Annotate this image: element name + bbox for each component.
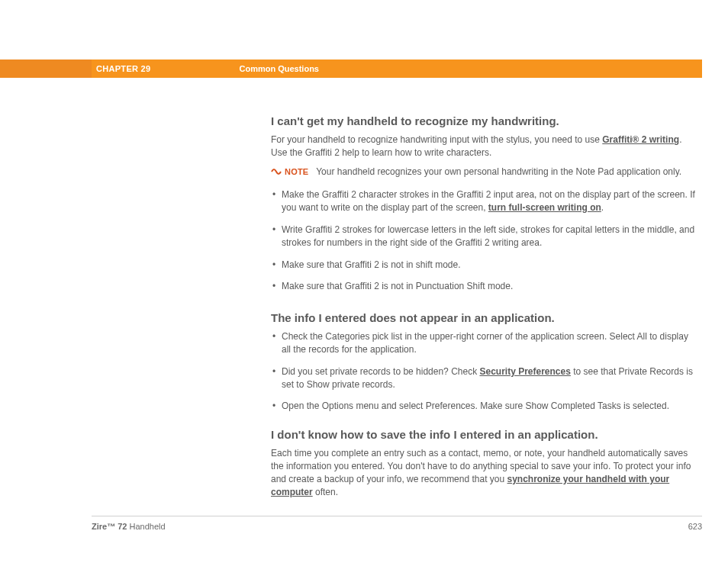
product-bold: Zire™ 72 (92, 522, 127, 531)
list-item: Make the Graffiti 2 character strokes in… (271, 188, 698, 214)
note-label: NOTE (285, 167, 308, 176)
note-row: NOTE Your handheld recognizes your own p… (271, 166, 698, 180)
link-fullscreen-writing[interactable]: turn full-screen writing on (488, 202, 601, 213)
para-save-info: Each time you complete an entry such as … (271, 447, 698, 498)
product-rest: Handheld (127, 522, 165, 531)
link-security-preferences[interactable]: Security Preferences (479, 366, 570, 377)
footer: Zire™ 72 Handheld 623 (92, 522, 702, 531)
list-item: Make sure that Graffiti 2 is not in shif… (271, 259, 698, 272)
section-title: Common Questions (239, 64, 319, 73)
list-info-missing: Check the Categories pick list in the up… (271, 330, 698, 413)
note-icon (271, 167, 282, 180)
header-right-gap (702, 60, 728, 78)
list-item: Check the Categories pick list in the up… (271, 330, 698, 356)
content-area: I can't get my handheld to recognize my … (271, 113, 698, 504)
header-bar: CHAPTER 29 Common Questions (0, 60, 728, 78)
link-graffiti2-writing[interactable]: Graffiti® 2 writing (602, 134, 679, 145)
text: Did you set private records to be hidden… (282, 366, 479, 377)
text: often. (313, 487, 338, 497)
para-handwriting-intro: For your handheld to recognize handwriti… (271, 134, 698, 159)
list-item: Write Graffiti 2 strokes for lowercase l… (271, 224, 698, 249)
heading-info-missing: The info I entered does not appear in an… (271, 310, 698, 326)
list-item: Open the Options menu and select Prefere… (271, 400, 698, 413)
text: For your handheld to recognize handwriti… (271, 134, 602, 145)
list-handwriting: Make the Graffiti 2 character strokes in… (271, 188, 698, 293)
text: . (601, 202, 604, 213)
heading-save-info: I don't know how to save the info I ente… (271, 426, 698, 442)
list-item: Make sure that Graffiti 2 is not in Punc… (271, 280, 698, 293)
header-accent (0, 60, 92, 78)
note-body: Your handheld recognizes your own person… (316, 166, 681, 177)
product-name: Zire™ 72 Handheld (92, 522, 166, 531)
list-item: Did you set private records to be hidden… (271, 365, 698, 391)
chapter-label: CHAPTER 29 (96, 64, 150, 73)
header-main: CHAPTER 29 Common Questions (92, 60, 702, 78)
heading-handwriting: I can't get my handheld to recognize my … (271, 113, 698, 129)
footer-rule (92, 516, 702, 516)
page-number: 623 (688, 522, 702, 531)
